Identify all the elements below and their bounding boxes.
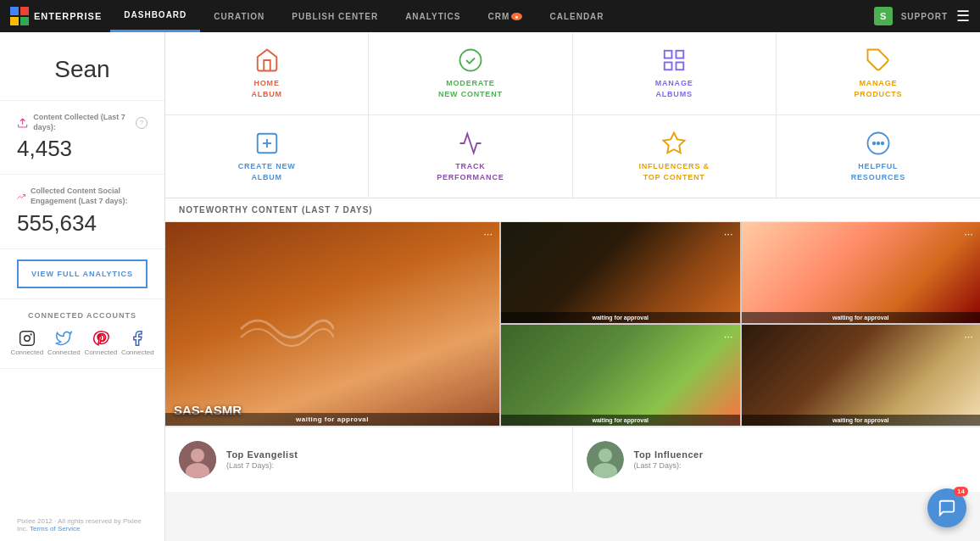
pinterest-status: Connected (84, 349, 117, 356)
image-menu-tr1[interactable]: ··· (724, 227, 733, 240)
top-influencer-card[interactable]: Top Influencer (Last 7 Days): (573, 427, 981, 492)
bottom-cards-row: Top Evangelist (Last 7 Days): Top Influe… (165, 426, 980, 492)
image-menu-br1[interactable]: ··· (724, 330, 733, 343)
svg-rect-2 (10, 17, 19, 25)
image-approval-tr2: waiting for approval (742, 312, 980, 323)
facebook-status: Connected (121, 349, 154, 356)
nav-link-crm[interactable]: CRM ● (474, 0, 536, 32)
svg-rect-3 (20, 17, 29, 25)
twitter-account[interactable]: Connected (47, 330, 81, 356)
image-menu-large[interactable]: ··· (483, 227, 493, 240)
instagram-icon (19, 330, 36, 347)
view-analytics-button[interactable]: VIEW FULL ANALYTICS (17, 259, 148, 288)
top-influencer-avatar (587, 441, 624, 478)
influencers-icon (661, 131, 687, 156)
top-evangelist-card[interactable]: Top Evangelist (Last 7 Days): (165, 427, 573, 492)
crm-badge: ● (511, 13, 522, 20)
action-manage-products[interactable]: MANAGEPRODUCTS (777, 32, 980, 115)
top-influencer-info: Top Influencer (Last 7 Days): (634, 449, 704, 470)
nav-links: DASHBOARD CURATION PUBLISH CENTER ANALYT… (110, 0, 873, 32)
connected-accounts: CONNECTED ACCOUNTS Connected Con (0, 299, 164, 369)
top-evangelist-title: Top Evangelist (226, 449, 298, 460)
svg-rect-1 (20, 7, 29, 15)
nav-link-calendar[interactable]: CALENDAR (536, 0, 617, 32)
brand-logo-icon (10, 7, 29, 25)
svg-rect-0 (10, 7, 19, 15)
twitter-status: Connected (47, 349, 81, 356)
top-evangelist-avatar (179, 441, 216, 478)
image-large[interactable]: ··· SAS-ASMR waiting for approval (165, 222, 499, 426)
brand-name: ENTERPRISE (34, 11, 102, 21)
create-album-label: CREATE NEWALBUM (238, 161, 296, 182)
top-nav: ENTERPRISE DASHBOARD CURATION PUBLISH CE… (0, 0, 980, 32)
action-moderate[interactable]: MODERATENEW CONTENT (369, 32, 572, 115)
svg-point-6 (31, 334, 31, 335)
stat1-label: Content Collected (Last 7 days): (33, 113, 131, 132)
action-influencers[interactable]: INFLUENCERS &TOP CONTENT (573, 115, 777, 198)
user-name: Sean (0, 32, 164, 101)
image-approval-tr1: waiting for approval (501, 312, 739, 323)
svg-marker-16 (664, 133, 685, 153)
stat-content-collected: Content Collected (Last 7 days): ? 4,453 (0, 101, 164, 175)
noteworthy-section: NOTEWORTHY CONTENT (LAST 7 DAYS) ··· SAS… (165, 198, 980, 541)
main-layout: Sean Content Collected (Last 7 days): ? … (0, 32, 980, 541)
track-performance-icon (458, 131, 483, 156)
svg-point-25 (599, 449, 612, 462)
question-icon[interactable]: ? (136, 117, 148, 129)
action-helpful-resources[interactable]: HELPFULRESOURCES (777, 115, 980, 198)
image-br1[interactable]: ··· waiting for approval (501, 325, 739, 426)
manage-products-icon (866, 47, 891, 73)
twitter-icon (55, 330, 72, 347)
terms-link[interactable]: Terms of Service (30, 525, 81, 533)
facebook-icon (129, 330, 146, 347)
image-br2[interactable]: ··· waiting for approval (742, 325, 980, 426)
action-manage-albums[interactable]: MANAGEALBUMS (573, 32, 777, 115)
nav-right: S SUPPORT ☰ (874, 7, 970, 25)
food-decoration (232, 304, 334, 354)
svg-point-18 (873, 142, 876, 145)
chat-bubble[interactable]: 14 (927, 488, 966, 527)
svg-rect-8 (665, 51, 672, 59)
svg-rect-11 (677, 63, 684, 70)
image-approval-br1: waiting for approval (501, 415, 739, 426)
nav-link-dashboard[interactable]: DASHBOARD (110, 0, 200, 32)
action-track-performance[interactable]: TRACKPERFORMANCE (369, 115, 572, 198)
nav-link-publish[interactable]: PUBLISH CENTER (278, 0, 392, 32)
stat2-label: Collected Content Social Engagement (Las… (31, 187, 148, 206)
svg-rect-10 (665, 63, 672, 70)
user-avatar[interactable]: S (874, 7, 893, 25)
top-evangelist-info: Top Evangelist (Last 7 Days): (226, 449, 298, 470)
action-create-album[interactable]: CREATE NEWALBUM (165, 115, 369, 198)
instagram-account[interactable]: Connected (10, 330, 43, 356)
noteworthy-header: NOTEWORTHY CONTENT (LAST 7 DAYS) (165, 198, 980, 222)
create-album-icon (254, 131, 280, 156)
svg-rect-9 (677, 51, 684, 59)
helpful-resources-icon (866, 131, 891, 156)
hamburger-icon[interactable]: ☰ (956, 7, 970, 25)
svg-rect-4 (19, 331, 34, 345)
chat-badge: 14 (954, 487, 968, 496)
image-menu-tr2[interactable]: ··· (964, 227, 973, 240)
home-album-icon (254, 47, 280, 73)
sidebar-footer: Pixlee 2012 · All rights reserved by Pix… (0, 509, 164, 541)
facebook-account[interactable]: Connected (121, 330, 154, 356)
nav-link-curation[interactable]: CURATION (200, 0, 278, 32)
image-menu-br2[interactable]: ··· (964, 330, 973, 343)
nav-link-analytics[interactable]: ANALYTICS (392, 0, 474, 32)
svg-point-22 (191, 449, 204, 462)
image-tr1[interactable]: ··· waiting for approval (501, 222, 739, 323)
instagram-status: Connected (10, 349, 43, 356)
upload-icon (17, 116, 28, 130)
image-tr2[interactable]: ··· waiting for approval (742, 222, 980, 323)
svg-point-20 (882, 142, 884, 145)
pinterest-account[interactable]: Connected (84, 330, 117, 356)
quick-actions-grid: HOMEALBUM MODERATENEW CONTENT MANAGEAL (165, 32, 980, 198)
top-influencer-subtitle: (Last 7 Days): (634, 461, 704, 470)
image-approval-br2: waiting for approval (742, 415, 980, 426)
action-home-album[interactable]: HOMEALBUM (165, 32, 369, 115)
top-evangelist-subtitle: (Last 7 Days): (226, 461, 298, 470)
support-link[interactable]: SUPPORT (901, 12, 948, 21)
trending-icon (17, 190, 25, 204)
stat1-value: 4,453 (17, 136, 148, 162)
home-album-label: HOMEALBUM (251, 78, 282, 99)
